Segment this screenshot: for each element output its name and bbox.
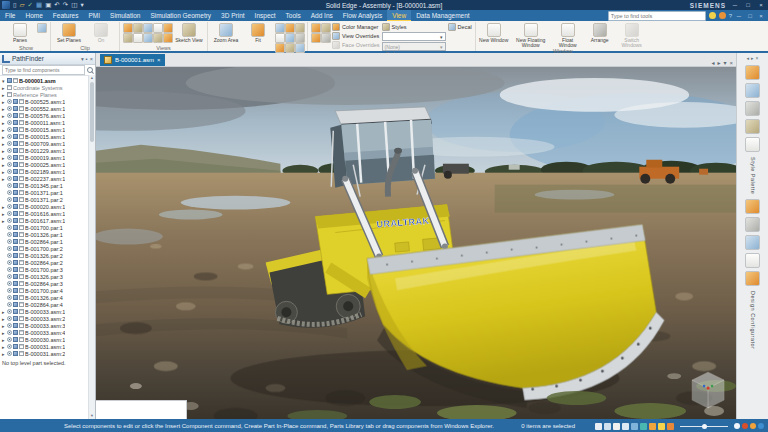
tree-item[interactable]: B-001371.par:2 <box>0 196 95 203</box>
visibility-eye-icon[interactable] <box>7 281 12 286</box>
pan-icon[interactable] <box>604 423 611 430</box>
tree-item[interactable]: ▸ B-000011.asm:1 <box>0 119 95 126</box>
zoom-out-button[interactable] <box>734 423 740 429</box>
tree-item[interactable]: B-001700.par:3 <box>0 266 95 273</box>
shadows-icon[interactable] <box>321 33 331 43</box>
tools-icon[interactable] <box>745 83 760 98</box>
visibility-eye-icon[interactable] <box>7 204 12 209</box>
visibility-eye-icon[interactable] <box>7 211 12 216</box>
tab-file[interactable]: File <box>0 10 20 21</box>
tree-item[interactable]: B-002864.par:2 <box>0 259 95 266</box>
visibility-eye-icon[interactable] <box>7 176 12 181</box>
visibility-eye-icon[interactable] <box>7 141 12 146</box>
redo-icon[interactable]: ↷ <box>63 1 68 9</box>
orient-previous-icon[interactable] <box>295 33 305 43</box>
tab-features[interactable]: Features <box>48 10 84 21</box>
view-style-icon[interactable] <box>123 23 133 33</box>
tree-item[interactable]: B-001326.par:4 <box>0 294 95 301</box>
app-icon[interactable] <box>2 1 10 9</box>
tree-item[interactable]: B-001700.par:1 <box>0 224 95 231</box>
zoom-mode-icon[interactable] <box>658 423 665 430</box>
visibility-eye-icon[interactable] <box>7 330 12 335</box>
tree-item[interactable]: ▸ B-000709.asm:1 <box>0 140 95 147</box>
tab-add-ins[interactable]: Add Ins <box>306 10 338 21</box>
3d-viewport[interactable]: URALTRAK <box>96 67 736 419</box>
tab-data-management[interactable]: Data Management <box>411 10 474 21</box>
tree-item[interactable]: ▸ B-000019.asm:1 <box>0 154 95 161</box>
pathfinder-header[interactable]: PathFinder ▾ ▪ × <box>0 53 95 65</box>
community-icon[interactable] <box>709 12 716 19</box>
visibility-eye-icon[interactable] <box>7 106 12 111</box>
visibility-eye-icon[interactable] <box>7 134 12 139</box>
visibility-eye-icon[interactable] <box>7 218 12 223</box>
document-tab[interactable]: B-000001.asm × <box>100 54 165 66</box>
shading-icon[interactable] <box>311 23 321 33</box>
tab-flow-analysis[interactable]: Flow Analysis <box>338 10 387 21</box>
view-right-icon[interactable] <box>143 33 153 43</box>
style-palette-tab[interactable]: Style Palette <box>750 157 756 194</box>
select-tool-icon[interactable] <box>595 423 602 430</box>
float-window-button[interactable]: Float Window <box>553 23 583 48</box>
view-overrides-button[interactable]: View Overrides <box>332 32 380 40</box>
visibility-eye-icon[interactable] <box>7 267 12 272</box>
tab-close-icon[interactable]: × <box>157 57 161 63</box>
component-search-input[interactable] <box>2 65 85 75</box>
scroll-up-icon[interactable]: ▴ <box>91 75 93 81</box>
tree-item[interactable]: ▸ B-000033.asm:2 <box>0 315 95 322</box>
tree-item-reference-planes[interactable]: ▸ Reference Planes <box>0 91 95 98</box>
print-icon[interactable]: ▣ <box>45 1 51 9</box>
sketch-view-button[interactable]: Sketch View <box>174 23 204 43</box>
tree-item[interactable]: ▸ B-000031.asm:1 <box>0 343 95 350</box>
tab-strip-close-icon[interactable]: × <box>729 60 733 66</box>
view-front-icon[interactable] <box>123 33 133 43</box>
view-override-select[interactable]: ▾ <box>382 32 446 41</box>
undo-icon[interactable]: ↶ <box>54 1 59 9</box>
tree-item[interactable]: ▸ B-001616.asm:1 <box>0 210 95 217</box>
zoom-slider[interactable] <box>680 426 728 427</box>
dock-close-icon[interactable]: × <box>756 55 759 61</box>
scroll-down-icon[interactable]: ▾ <box>91 413 93 419</box>
configurator-icon[interactable] <box>745 271 760 286</box>
face-override-select[interactable]: (None)▾ <box>382 42 446 51</box>
tab-pmi[interactable]: PMI <box>83 10 105 21</box>
restore-button[interactable]: □ <box>744 2 752 8</box>
tree-item[interactable]: ▸ B-002189.asm:1 <box>0 168 95 175</box>
visibility-eye-icon[interactable] <box>7 323 12 328</box>
tree-item[interactable]: ▸ B-000576.asm:1 <box>0 112 95 119</box>
dock-forward-icon[interactable]: ▸ <box>751 55 754 61</box>
visibility-eye-icon[interactable] <box>7 232 12 237</box>
color-manager-button[interactable]: Color Manager <box>332 23 380 31</box>
visibility-eye-icon[interactable] <box>7 183 12 188</box>
view-iso-icon[interactable] <box>163 23 173 33</box>
tree-item[interactable]: ▸ B-000033.asm:4 <box>0 329 95 336</box>
visibility-eye-icon[interactable] <box>7 127 12 132</box>
wrench-icon[interactable] <box>745 101 760 116</box>
zoom-area-button[interactable]: Zoom Area <box>211 23 241 43</box>
grid-icon[interactable] <box>745 137 760 152</box>
view-wireframe-icon[interactable] <box>143 23 153 33</box>
help-icon[interactable]: ? <box>729 12 732 20</box>
visibility-eye-icon[interactable] <box>7 302 12 307</box>
tree-item[interactable]: ▸ B-000025.asm:1 <box>0 161 95 168</box>
visibility-eye-icon[interactable] <box>7 309 12 314</box>
zoom-in-button[interactable] <box>758 423 764 429</box>
tree-item[interactable]: B-002864.par:1 <box>0 238 95 245</box>
tab-scroll-left-icon[interactable]: ◂ <box>711 59 714 66</box>
tree-item[interactable]: B-001326.par:1 <box>0 231 95 238</box>
tree-item[interactable]: B-001326.par:3 <box>0 273 95 280</box>
switch-windows-button[interactable]: Switch Windows <box>617 23 647 48</box>
dock-icon[interactable]: ▾ <box>81 56 84 62</box>
tree-item[interactable]: B-002864.par:4 <box>0 301 95 308</box>
visibility-eye-icon[interactable] <box>7 162 12 167</box>
display-icon[interactable] <box>631 423 638 430</box>
decal-button[interactable]: Decal <box>448 23 472 31</box>
scrollbar-thumb[interactable] <box>90 82 94 142</box>
doc-restore-button[interactable]: □ <box>746 13 754 19</box>
qat-dropdown-icon[interactable]: ▾ <box>80 1 83 9</box>
dock-back-icon[interactable]: ◂ <box>747 55 750 61</box>
rotate-mode-icon[interactable] <box>649 423 656 430</box>
orient-spin-icon[interactable] <box>285 23 295 33</box>
tab-simulation[interactable]: Simulation <box>105 10 145 21</box>
doc-minimize-button[interactable]: ─ <box>735 13 743 19</box>
tree-item[interactable]: B-001345.par:1 <box>0 182 95 189</box>
